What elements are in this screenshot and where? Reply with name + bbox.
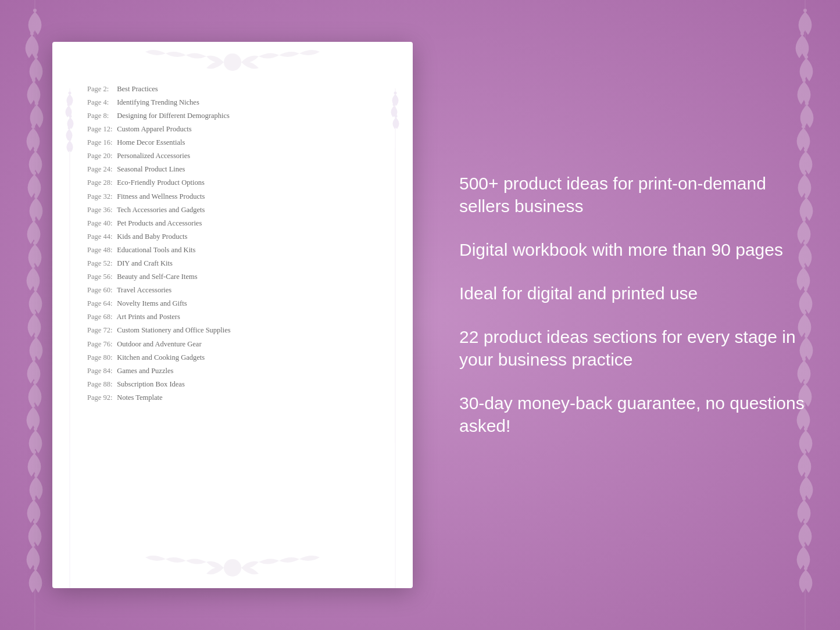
toc-title: DIY and Craft Kits xyxy=(115,259,173,267)
toc-item: Page 12: Custom Apparel Products xyxy=(87,123,378,136)
toc-page-number: Page 80: xyxy=(87,353,115,363)
svg-point-62 xyxy=(394,92,397,95)
feature-block-2: Ideal for digital and printed use xyxy=(459,282,805,305)
toc-page-number: Page 36: xyxy=(87,205,115,216)
svg-point-56 xyxy=(69,92,72,95)
toc-list: Page 2: Best PracticesPage 4: Identifyin… xyxy=(87,83,378,405)
svg-point-6 xyxy=(34,148,37,152)
svg-point-22 xyxy=(33,520,37,524)
svg-point-64 xyxy=(395,115,398,118)
svg-point-55 xyxy=(228,563,237,572)
toc-page-number: Page 88: xyxy=(87,380,115,390)
svg-point-26 xyxy=(803,9,807,12)
svg-point-31 xyxy=(802,125,805,128)
feature-block-4: 30-day money-back guarantee, no question… xyxy=(459,392,805,437)
svg-point-57 xyxy=(67,103,70,106)
toc-item: Page 56: Beauty and Self-Care Items xyxy=(87,270,378,284)
svg-point-7 xyxy=(33,171,36,175)
toc-title: Novelty Items and Gifts xyxy=(115,299,187,307)
toc-item: Page 92: Notes Template xyxy=(87,391,378,405)
toc-page-number: Page 4: xyxy=(87,98,115,108)
toc-item: Page 72: Custom Stationery and Office Su… xyxy=(87,324,378,338)
svg-point-27 xyxy=(800,32,804,35)
svg-point-20 xyxy=(34,474,38,477)
toc-item: Page 4: Identifying Trending Niches xyxy=(87,96,378,109)
toc-title: Home Decor Essentials xyxy=(115,138,185,146)
svg-point-24 xyxy=(34,567,37,570)
svg-point-49 xyxy=(802,543,805,547)
document-page: Page 2: Best PracticesPage 4: Identifyin… xyxy=(52,42,413,588)
toc-title: Travel Accessories xyxy=(115,286,171,294)
toc-item: Page 76: Outdoor and Adventure Gear xyxy=(87,338,378,351)
svg-point-5 xyxy=(31,125,35,128)
toc-title: Tech Accessories and Gadgets xyxy=(115,206,205,214)
feature-text-4: 30-day money-back guarantee, no question… xyxy=(459,392,805,437)
svg-point-2 xyxy=(34,55,38,59)
toc-title: Custom Apparel Products xyxy=(115,125,192,133)
toc-title: Fitness and Wellness Products xyxy=(115,192,205,201)
svg-point-18 xyxy=(34,427,37,431)
toc-title: Seasonal Product Lines xyxy=(115,165,185,173)
svg-point-63 xyxy=(393,103,396,106)
toc-title: Eco-Friendly Product Options xyxy=(115,178,205,187)
toc-item: Page 32: Fitness and Wellness Products xyxy=(87,190,378,203)
toc-page-number: Page 56: xyxy=(87,272,115,282)
toc-page-number: Page 16: xyxy=(87,138,115,148)
toc-page-number: Page 60: xyxy=(87,285,115,296)
toc-item: Page 64: Novelty Items and Gifts xyxy=(87,298,378,311)
feature-block-0: 500+ product ideas for print-on-demand s… xyxy=(459,172,805,217)
feature-text-3: 22 product ideas sections for every stag… xyxy=(459,325,805,371)
svg-point-17 xyxy=(31,404,35,407)
feature-block-3: 22 product ideas sections for every stag… xyxy=(459,325,805,371)
toc-page-number: Page 24: xyxy=(87,164,115,175)
toc-page-number: Page 20: xyxy=(87,151,115,162)
toc-title: Pet Products and Accessories xyxy=(115,219,202,227)
toc-item: Page 68: Art Prints and Posters xyxy=(87,311,378,324)
feature-text-2: Ideal for digital and printed use xyxy=(459,282,805,305)
toc-item: Page 52: DIY and Craft Kits xyxy=(87,257,378,270)
svg-point-21 xyxy=(32,497,35,500)
svg-point-11 xyxy=(31,264,35,268)
toc-title: Beauty and Self-Care Items xyxy=(115,273,198,281)
svg-point-1 xyxy=(30,32,34,35)
toc-title: Designing for Different Demographics xyxy=(115,112,230,120)
toc-page-number: Page 40: xyxy=(87,219,115,229)
toc-title: Subscription Box Ideas xyxy=(115,380,185,388)
toc-page-number: Page 32: xyxy=(87,192,115,202)
toc-title: Kids and Baby Products xyxy=(115,232,187,241)
toc-page-number: Page 68: xyxy=(87,312,115,323)
toc-title: Identifying Trending Niches xyxy=(115,98,199,106)
page-top-decoration xyxy=(52,42,413,83)
svg-point-0 xyxy=(33,9,37,12)
toc-item: Page 40: Pet Products and Accessories xyxy=(87,217,378,230)
toc-item: Page 84: Games and Puzzles xyxy=(87,364,378,378)
toc-title: Best Practices xyxy=(115,85,158,93)
toc-item: Page 28: Eco-Friendly Product Options xyxy=(87,177,378,190)
toc-title: Custom Stationery and Office Supplies xyxy=(115,326,231,334)
features-panel: 500+ product ideas for print-on-demand s… xyxy=(413,149,840,481)
feature-text-1: Digital workbook with more than 90 pages xyxy=(459,238,805,261)
svg-point-14 xyxy=(34,334,38,338)
toc-item: Page 20: Personalized Accessories xyxy=(87,149,378,163)
svg-point-50 xyxy=(804,567,807,570)
svg-point-60 xyxy=(69,138,72,141)
toc-item: Page 24: Seasonal Product Lines xyxy=(87,163,378,177)
svg-point-48 xyxy=(803,520,807,524)
feature-text-0: 500+ product ideas for print-on-demand s… xyxy=(459,172,805,217)
toc-page-number: Page 12: xyxy=(87,124,115,135)
svg-point-58 xyxy=(69,115,72,118)
toc-item: Page 8: Designing for Different Demograp… xyxy=(87,109,378,123)
toc-title: Personalized Accessories xyxy=(115,152,190,160)
svg-point-19 xyxy=(33,450,36,454)
toc-item: Page 80: Kitchen and Cooking Gadgets xyxy=(87,351,378,364)
toc-page-number: Page 84: xyxy=(87,366,115,377)
toc-page-number: Page 48: xyxy=(87,245,115,256)
svg-point-59 xyxy=(68,127,71,130)
toc-title: Kitchen and Cooking Gadgets xyxy=(115,353,205,361)
toc-title: Games and Puzzles xyxy=(115,367,173,375)
toc-item: Page 88: Subscription Box Ideas xyxy=(87,378,378,391)
toc-page-number: Page 92: xyxy=(87,393,115,403)
toc-page-number: Page 28: xyxy=(87,178,115,188)
toc-page-number: Page 52: xyxy=(87,259,115,269)
toc-item: Page 36: Tech Accessories and Gadgets xyxy=(87,203,378,217)
